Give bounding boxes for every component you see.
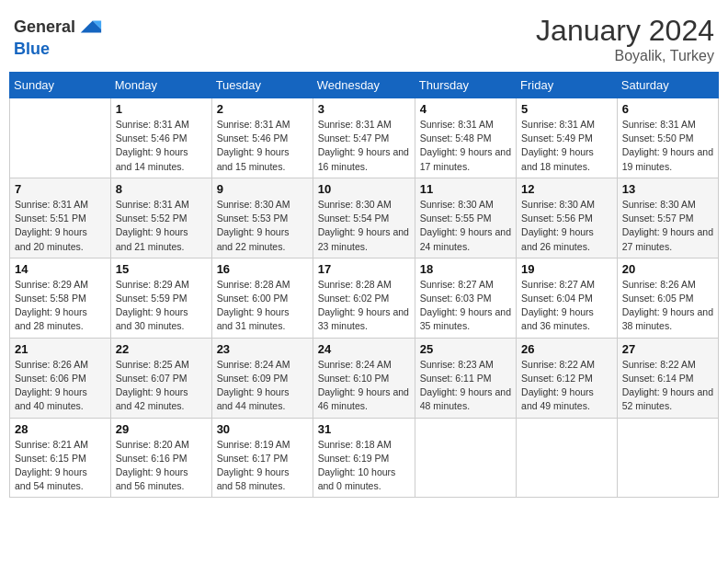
- day-detail: Sunrise: 8:31 AMSunset: 5:49 PMDaylight:…: [521, 118, 612, 174]
- day-number: 8: [116, 182, 207, 196]
- day-number: 10: [318, 182, 410, 196]
- day-number: 16: [217, 262, 308, 276]
- day-number: 13: [622, 182, 713, 196]
- calendar-cell: 7Sunrise: 8:31 AMSunset: 5:51 PMDaylight…: [10, 178, 111, 258]
- day-detail: Sunrise: 8:18 AMSunset: 6:19 PMDaylight:…: [318, 438, 410, 494]
- calendar-cell: 1Sunrise: 8:31 AMSunset: 5:46 PMDaylight…: [110, 98, 211, 178]
- day-detail: Sunrise: 8:31 AMSunset: 5:51 PMDaylight:…: [15, 198, 106, 254]
- day-detail: Sunrise: 8:30 AMSunset: 5:54 PMDaylight:…: [318, 198, 410, 254]
- day-number: 23: [217, 342, 308, 356]
- day-detail: Sunrise: 8:29 AMSunset: 5:58 PMDaylight:…: [15, 278, 106, 334]
- day-number: 22: [116, 342, 207, 356]
- calendar-cell: 6Sunrise: 8:31 AMSunset: 5:50 PMDaylight…: [617, 98, 718, 178]
- day-number: 1: [116, 102, 207, 116]
- day-detail: Sunrise: 8:30 AMSunset: 5:56 PMDaylight:…: [521, 198, 612, 254]
- weekday-header: Sunday: [10, 73, 111, 98]
- day-number: 2: [217, 102, 308, 116]
- calendar-header-row: SundayMondayTuesdayWednesdayThursdayFrid…: [10, 73, 719, 98]
- day-number: 11: [420, 182, 511, 196]
- day-detail: Sunrise: 8:30 AMSunset: 5:53 PMDaylight:…: [217, 198, 308, 254]
- day-number: 9: [217, 182, 308, 196]
- calendar-week-row: 14Sunrise: 8:29 AMSunset: 5:58 PMDayligh…: [10, 258, 719, 338]
- day-detail: Sunrise: 8:22 AMSunset: 6:14 PMDaylight:…: [622, 358, 713, 414]
- day-detail: Sunrise: 8:30 AMSunset: 5:55 PMDaylight:…: [420, 198, 511, 254]
- day-number: 3: [318, 102, 410, 116]
- day-number: 20: [622, 262, 713, 276]
- day-number: 6: [622, 102, 713, 116]
- day-detail: Sunrise: 8:28 AMSunset: 6:00 PMDaylight:…: [217, 278, 308, 334]
- day-detail: Sunrise: 8:31 AMSunset: 5:46 PMDaylight:…: [116, 118, 207, 174]
- day-detail: Sunrise: 8:27 AMSunset: 6:04 PMDaylight:…: [521, 278, 612, 334]
- day-detail: Sunrise: 8:31 AMSunset: 5:48 PMDaylight:…: [420, 118, 511, 174]
- calendar-week-row: 1Sunrise: 8:31 AMSunset: 5:46 PMDaylight…: [10, 98, 719, 178]
- day-detail: Sunrise: 8:23 AMSunset: 6:11 PMDaylight:…: [420, 358, 511, 414]
- day-number: 14: [15, 262, 106, 276]
- calendar-cell: 13Sunrise: 8:30 AMSunset: 5:57 PMDayligh…: [617, 178, 718, 258]
- calendar-cell: 14Sunrise: 8:29 AMSunset: 5:58 PMDayligh…: [10, 258, 111, 338]
- calendar-cell: 2Sunrise: 8:31 AMSunset: 5:46 PMDaylight…: [211, 98, 313, 178]
- calendar-cell: 20Sunrise: 8:26 AMSunset: 6:05 PMDayligh…: [617, 258, 718, 338]
- day-detail: Sunrise: 8:28 AMSunset: 6:02 PMDaylight:…: [318, 278, 410, 334]
- calendar-cell: [517, 418, 618, 498]
- day-detail: Sunrise: 8:31 AMSunset: 5:46 PMDaylight:…: [217, 118, 308, 174]
- calendar-cell: 19Sunrise: 8:27 AMSunset: 6:04 PMDayligh…: [517, 258, 618, 338]
- calendar-cell: 9Sunrise: 8:30 AMSunset: 5:53 PMDaylight…: [211, 178, 313, 258]
- calendar-cell: 3Sunrise: 8:31 AMSunset: 5:47 PMDaylight…: [313, 98, 415, 178]
- calendar-cell: 5Sunrise: 8:31 AMSunset: 5:49 PMDaylight…: [517, 98, 618, 178]
- title-block: January 2024 Boyalik, Turkey: [536, 14, 714, 64]
- calendar-cell: 10Sunrise: 8:30 AMSunset: 5:54 PMDayligh…: [313, 178, 415, 258]
- calendar-cell: 28Sunrise: 8:21 AMSunset: 6:15 PMDayligh…: [10, 418, 111, 498]
- logo-blue-text: Blue: [14, 40, 50, 59]
- day-number: 25: [420, 342, 511, 356]
- day-number: 28: [15, 422, 106, 436]
- day-number: 5: [521, 102, 612, 116]
- calendar-cell: 17Sunrise: 8:28 AMSunset: 6:02 PMDayligh…: [313, 258, 415, 338]
- calendar-cell: [617, 418, 718, 498]
- day-detail: Sunrise: 8:21 AMSunset: 6:15 PMDaylight:…: [15, 438, 106, 494]
- calendar-cell: 15Sunrise: 8:29 AMSunset: 5:59 PMDayligh…: [110, 258, 211, 338]
- weekday-header: Tuesday: [211, 73, 313, 98]
- day-number: 27: [622, 342, 713, 356]
- day-detail: Sunrise: 8:26 AMSunset: 6:06 PMDaylight:…: [15, 358, 106, 414]
- day-detail: Sunrise: 8:29 AMSunset: 5:59 PMDaylight:…: [116, 278, 207, 334]
- weekday-header: Friday: [517, 73, 618, 98]
- calendar-body: 1Sunrise: 8:31 AMSunset: 5:46 PMDaylight…: [10, 98, 719, 498]
- calendar-week-row: 7Sunrise: 8:31 AMSunset: 5:51 PMDaylight…: [10, 178, 719, 258]
- calendar-cell: 22Sunrise: 8:25 AMSunset: 6:07 PMDayligh…: [110, 338, 211, 418]
- day-number: 31: [318, 422, 410, 436]
- day-number: 19: [521, 262, 612, 276]
- day-detail: Sunrise: 8:31 AMSunset: 5:52 PMDaylight:…: [116, 198, 207, 254]
- calendar-cell: 30Sunrise: 8:19 AMSunset: 6:17 PMDayligh…: [211, 418, 313, 498]
- logo-general-text: General: [14, 17, 75, 37]
- calendar-week-row: 21Sunrise: 8:26 AMSunset: 6:06 PMDayligh…: [10, 338, 719, 418]
- calendar-week-row: 28Sunrise: 8:21 AMSunset: 6:15 PMDayligh…: [10, 418, 719, 498]
- calendar-cell: 12Sunrise: 8:30 AMSunset: 5:56 PMDayligh…: [517, 178, 618, 258]
- calendar-cell: 11Sunrise: 8:30 AMSunset: 5:55 PMDayligh…: [415, 178, 516, 258]
- day-number: 18: [420, 262, 511, 276]
- day-number: 29: [116, 422, 207, 436]
- day-detail: Sunrise: 8:26 AMSunset: 6:05 PMDaylight:…: [622, 278, 713, 334]
- day-number: 21: [15, 342, 106, 356]
- weekday-header: Saturday: [617, 73, 718, 98]
- calendar-cell: 31Sunrise: 8:18 AMSunset: 6:19 PMDayligh…: [313, 418, 415, 498]
- page-header: General Blue January 2024 Boyalik, Turke…: [9, 9, 719, 64]
- calendar-cell: 8Sunrise: 8:31 AMSunset: 5:52 PMDaylight…: [110, 178, 211, 258]
- day-number: 12: [521, 182, 612, 196]
- weekday-header: Thursday: [415, 73, 516, 98]
- day-detail: Sunrise: 8:24 AMSunset: 6:10 PMDaylight:…: [318, 358, 410, 414]
- calendar-cell: 25Sunrise: 8:23 AMSunset: 6:11 PMDayligh…: [415, 338, 516, 418]
- day-detail: Sunrise: 8:19 AMSunset: 6:17 PMDaylight:…: [217, 438, 308, 494]
- day-number: 24: [318, 342, 410, 356]
- location-title: Boyalik, Turkey: [536, 48, 714, 64]
- day-number: 7: [15, 182, 106, 196]
- calendar-cell: 16Sunrise: 8:28 AMSunset: 6:00 PMDayligh…: [211, 258, 313, 338]
- calendar-cell: 4Sunrise: 8:31 AMSunset: 5:48 PMDaylight…: [415, 98, 516, 178]
- month-title: January 2024: [536, 14, 714, 48]
- weekday-header: Monday: [110, 73, 211, 98]
- calendar-cell: 26Sunrise: 8:22 AMSunset: 6:12 PMDayligh…: [517, 338, 618, 418]
- calendar-cell: 18Sunrise: 8:27 AMSunset: 6:03 PMDayligh…: [415, 258, 516, 338]
- day-detail: Sunrise: 8:22 AMSunset: 6:12 PMDaylight:…: [521, 358, 612, 414]
- day-detail: Sunrise: 8:31 AMSunset: 5:47 PMDaylight:…: [318, 118, 410, 174]
- calendar-cell: 21Sunrise: 8:26 AMSunset: 6:06 PMDayligh…: [10, 338, 111, 418]
- day-number: 30: [217, 422, 308, 436]
